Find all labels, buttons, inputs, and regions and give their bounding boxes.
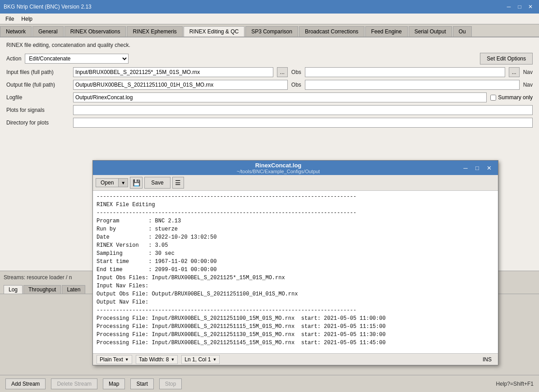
obs-browse-1[interactable]: ... bbox=[509, 67, 520, 77]
obs-input-1[interactable] bbox=[305, 67, 505, 77]
app-title: BKG Ntrip Client (BNC) Version 2.13 bbox=[4, 4, 92, 10]
sec-tab-latency[interactable]: Laten bbox=[62, 285, 85, 294]
set-edit-options-button[interactable]: Set Edit Options bbox=[480, 53, 533, 65]
delete-stream-button[interactable]: Delete Stream bbox=[51, 378, 97, 389]
titlebar-controls: ─ □ ✕ bbox=[504, 2, 535, 12]
output-file-input[interactable] bbox=[73, 80, 288, 90]
position-arrow: ▼ bbox=[212, 357, 217, 362]
menubar: File Help bbox=[0, 14, 539, 24]
dialog-filename: RinexConcat.log bbox=[237, 162, 320, 169]
dialog-controls: ─ □ ✕ bbox=[460, 162, 494, 173]
close-button[interactable]: ✕ bbox=[525, 2, 535, 12]
sec-tab-log[interactable]: Log bbox=[4, 285, 23, 294]
tab-feed-engine[interactable]: Feed Engine bbox=[365, 26, 408, 37]
tab-general[interactable]: General bbox=[32, 26, 64, 37]
obs-input-2[interactable] bbox=[305, 80, 520, 90]
input-files-label: Input files (full path) bbox=[6, 69, 69, 75]
position-label: Ln 1, Col 1 bbox=[184, 356, 211, 363]
open-button-group: Open ▼ bbox=[96, 178, 128, 187]
streams-text: Streams: resource loader / n bbox=[4, 274, 72, 281]
tab-sp3[interactable]: SP3 Comparison bbox=[245, 26, 298, 37]
directory-plots-label: Directory for plots bbox=[6, 120, 69, 126]
obs-label-2: Obs bbox=[291, 82, 301, 88]
dialog-content[interactable]: ----------------------------------------… bbox=[93, 191, 498, 353]
dialog-close-button[interactable]: ✕ bbox=[484, 162, 494, 173]
action-row: Action Edit/Concatenate Set Edit Options bbox=[6, 53, 533, 65]
page-description: RINEX file editing, concatenation and qu… bbox=[6, 42, 533, 48]
action-select[interactable]: Edit/Concatenate bbox=[25, 54, 129, 64]
dialog-statusbar: Plain Text ▼ Tab Width: 8 ▼ Ln 1, Col 1 … bbox=[93, 353, 498, 365]
summary-only-label: Summary only bbox=[490, 94, 533, 101]
sec-tab-throughput[interactable]: Throughput bbox=[23, 285, 61, 294]
ins-status: INS bbox=[480, 356, 494, 363]
tab-width-arrow: ▼ bbox=[170, 357, 175, 362]
logfile-input[interactable] bbox=[73, 92, 487, 102]
start-button[interactable]: Start bbox=[130, 378, 153, 389]
add-stream-button[interactable]: Add Stream bbox=[5, 378, 46, 389]
dialog-minimize-button[interactable]: ─ bbox=[460, 162, 471, 173]
tab-rinex-obs[interactable]: RINEX Observations bbox=[64, 26, 126, 37]
tab-broadcast[interactable]: Broadcast Corrections bbox=[299, 26, 364, 37]
map-button[interactable]: Map bbox=[103, 378, 125, 389]
stop-button[interactable]: Stop bbox=[159, 378, 182, 389]
dialog-toolbar: Open ▼ 💾 Save ☰ bbox=[93, 175, 498, 191]
output-file-label: Output file (full path) bbox=[6, 82, 69, 88]
dialog-maximize-button[interactable]: □ bbox=[472, 162, 483, 173]
directory-plots-input[interactable] bbox=[73, 118, 533, 128]
minimize-button[interactable]: ─ bbox=[504, 2, 514, 12]
action-label: Action bbox=[6, 55, 21, 62]
nav-label-2: Nav bbox=[523, 82, 533, 88]
obs-label-1: Obs bbox=[291, 69, 301, 75]
menu-help[interactable]: Help bbox=[18, 15, 36, 23]
tab-width-label: Tab Width: 8 bbox=[139, 356, 169, 363]
position-status[interactable]: Ln 1, Col 1 ▼ bbox=[181, 355, 220, 364]
tab-network[interactable]: Network bbox=[0, 26, 32, 37]
input-files-input[interactable] bbox=[73, 67, 273, 77]
rinexconcat-dialog: RinexConcat.log ~/tools/BNC/Example_Conf… bbox=[92, 160, 498, 365]
tab-rinex-eph[interactable]: RINEX Ephemeris bbox=[127, 26, 182, 37]
bottom-bar: Add Stream Delete Stream Map Start Stop … bbox=[0, 375, 539, 392]
titlebar: BKG Ntrip Client (BNC) Version 2.13 ─ □ … bbox=[0, 0, 539, 14]
plain-text-arrow: ▼ bbox=[125, 357, 129, 362]
nav-label-1: Nav bbox=[523, 69, 533, 75]
help-text: Help?=Shift+F1 bbox=[496, 381, 534, 387]
plots-signals-input[interactable] bbox=[73, 105, 533, 115]
open-dropdown-button[interactable]: ▼ bbox=[118, 179, 128, 187]
save-icon-button[interactable]: 💾 bbox=[130, 177, 143, 189]
plots-signals-label: Plots for signals bbox=[6, 107, 69, 113]
plain-text-status[interactable]: Plain Text ▼ bbox=[97, 355, 132, 364]
tab-ou[interactable]: Ou bbox=[453, 26, 472, 37]
input-files-browse[interactable]: ... bbox=[277, 67, 288, 77]
tab-rinex-editing[interactable]: RINEX Editing & QC bbox=[184, 26, 244, 37]
dialog-filepath: ~/tools/BNC/Example_Configs/Output bbox=[237, 169, 320, 174]
plain-text-label: Plain Text bbox=[100, 356, 123, 363]
menu-icon-button[interactable]: ☰ bbox=[172, 177, 184, 189]
maximize-button[interactable]: □ bbox=[515, 2, 525, 12]
tab-width-status[interactable]: Tab Width: 8 ▼ bbox=[136, 355, 178, 364]
dialog-titlebar: RinexConcat.log ~/tools/BNC/Example_Conf… bbox=[93, 161, 498, 175]
tab-serial-output[interactable]: Serial Output bbox=[409, 26, 452, 37]
menu-file[interactable]: File bbox=[2, 15, 18, 23]
summary-only-checkbox[interactable] bbox=[490, 95, 496, 101]
action-left: Action Edit/Concatenate bbox=[6, 54, 129, 64]
tabbar: Network General RINEX Observations RINEX… bbox=[0, 24, 539, 37]
save-button[interactable]: Save bbox=[144, 177, 170, 189]
logfile-label: Logfile bbox=[6, 94, 69, 101]
open-button[interactable]: Open bbox=[96, 179, 118, 187]
